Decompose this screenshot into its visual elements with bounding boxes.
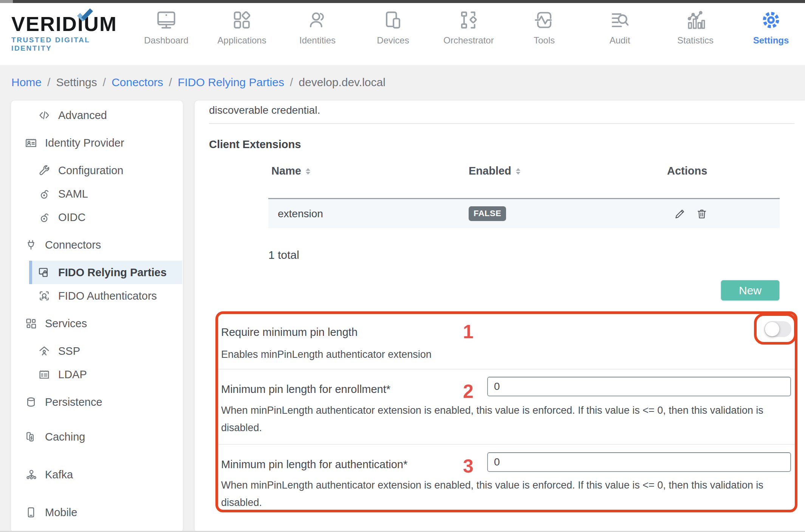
annotation-3: 3 [463,455,474,477]
nav-item-orchestrator[interactable]: Orchestrator [431,3,506,65]
nav-label: Statistics [677,35,714,46]
sidebar-item-services[interactable]: Services [11,308,183,339]
extension-name-cell: extension [268,208,469,220]
nav-label: Orchestrator [443,35,494,46]
sidebar-item-oidc[interactable]: OIDC [11,206,183,229]
column-label: Enabled [469,165,511,177]
brand-check-icon [76,8,94,21]
sidebar-item-saml[interactable]: SAML [11,182,183,206]
home-user-icon [38,345,51,357]
window-top-strip [0,0,805,3]
nav-item-identities[interactable]: Identities [280,3,355,65]
sidebar-item-fido-authenticators[interactable]: FIDO Authenticators [11,284,183,308]
address-card-icon [38,368,51,381]
devices-icon [382,9,404,31]
delete-icon[interactable] [696,208,708,220]
new-button[interactable]: New [721,280,780,301]
breadcrumb-conectors[interactable]: Conectors [111,76,163,89]
main-nav: Dashboard Applications Identities [128,3,805,65]
sidebar-item-connectors[interactable]: Connectors [11,229,183,261]
sidebar-item-mobile[interactable]: Mobile [11,493,183,531]
edit-icon[interactable] [674,208,686,220]
breadcrumb-settings: Settings [56,76,97,89]
min-pin-enrollment-input[interactable] [487,377,791,396]
gear-icon [760,9,782,31]
sidebar-item-label: SSP [58,345,80,357]
breadcrumb-home[interactable]: Home [11,76,42,89]
sidebar-item-identity-provider[interactable]: Identity Provider [11,127,183,159]
breadcrumb-separator: / [290,76,293,89]
sidebar-item-label: SAML [58,188,88,200]
nav-label: Identities [299,35,336,46]
breadcrumb-separator: / [103,76,106,89]
face-scan-icon [38,289,51,302]
row-actions [667,208,780,220]
nav-label: Tools [534,35,555,46]
annotation-1: 1 [463,321,474,343]
require-min-pin-description: Enables minPinLength authenticator exten… [221,346,788,363]
brand-name: VERIDIUM [11,13,125,35]
flowchart-icon [458,9,480,31]
require-min-pin-toggle[interactable] [764,321,791,337]
sidebar-item-fido-relying-parties[interactable]: FIDO Relying Parties [29,261,182,284]
sidebar-item-configuration[interactable]: Configuration [11,159,183,182]
total-count: 1 total [268,249,299,261]
min-pin-authentication-input[interactable] [487,452,791,472]
sidebar-item-label: Identity Provider [45,137,124,149]
min-pin-authentication-description: When minPinLength authenticator extensio… [221,476,788,511]
code-icon [38,109,51,122]
phone-icon [25,506,37,519]
nav-item-applications[interactable]: Applications [204,3,280,65]
sidebar-item-label: Connectors [45,239,101,251]
page: VERIDIUM TRUSTED DIGITAL IDENTITY Dashbo… [0,0,805,532]
sidebar-item-label: Mobile [45,506,77,519]
sidebar-item-label: OIDC [58,211,86,224]
sidebar-item-kafka[interactable]: Kafka [11,456,183,493]
top-bar: VERIDIUM TRUSTED DIGITAL IDENTITY Dashbo… [0,3,805,65]
sidebar-item-persistence[interactable]: Persistence [11,386,183,418]
section-title: Client Extensions [209,138,301,151]
sidebar-item-label: Advanced [58,109,107,122]
divider [218,369,795,370]
column-header-name[interactable]: Name [268,165,469,177]
monitor-icon [155,9,177,31]
sidebar-item-ldap[interactable]: LDAP [11,363,183,386]
client-extensions-table: Name Enabled Actions extension FALSE [268,165,780,228]
min-pin-authentication-label: Minimum pin length for authentication* [221,458,407,471]
sidebar-item-caching[interactable]: Caching [11,418,183,456]
divider [218,444,795,445]
require-min-pin-label: Require minimum pin length [221,326,358,339]
nav-item-devices[interactable]: Devices [355,3,431,65]
id-card-icon [25,136,37,149]
nav-label: Devices [377,35,409,46]
breadcrumb-fido-relying-parties[interactable]: FIDO Relying Parties [178,76,284,89]
nav-item-audit[interactable]: Audit [582,3,658,65]
nav-label: Audit [610,35,630,46]
sidebar-item-label: LDAP [58,368,87,381]
key-ring-icon [38,211,51,224]
grid-icon [25,317,37,330]
sidebar-item-label: Kafka [45,469,73,481]
annotation-2: 2 [463,380,474,402]
bar-chart-icon [684,9,706,31]
brand-logo: VERIDIUM TRUSTED DIGITAL IDENTITY [11,13,125,53]
applications-icon [231,9,253,31]
screen-lock-icon [38,266,51,279]
nav-item-dashboard[interactable]: Dashboard [128,3,204,65]
column-header-enabled[interactable]: Enabled [469,165,667,177]
divider [209,123,794,124]
min-pin-enrollment-description: When minPinLength authenticator extensio… [221,402,788,436]
sidebar-item-label: FIDO Authenticators [58,290,157,302]
nav-label: Dashboard [144,35,188,46]
nav-item-settings[interactable]: Settings [733,3,805,65]
settings-sidebar: Advanced Identity Provider Configuration [11,101,183,532]
nav-item-tools[interactable]: Tools [506,3,582,65]
list-search-icon [609,9,631,31]
sidebar-item-advanced[interactable]: Advanced [11,104,183,127]
nav-item-statistics[interactable]: Statistics [658,3,733,65]
sidebar-item-label: Caching [45,431,85,443]
sidebar-item-ssp[interactable]: SSP [11,339,183,363]
key-ring-icon [38,187,51,200]
sort-icon [306,168,310,175]
plug-icon [25,238,37,251]
